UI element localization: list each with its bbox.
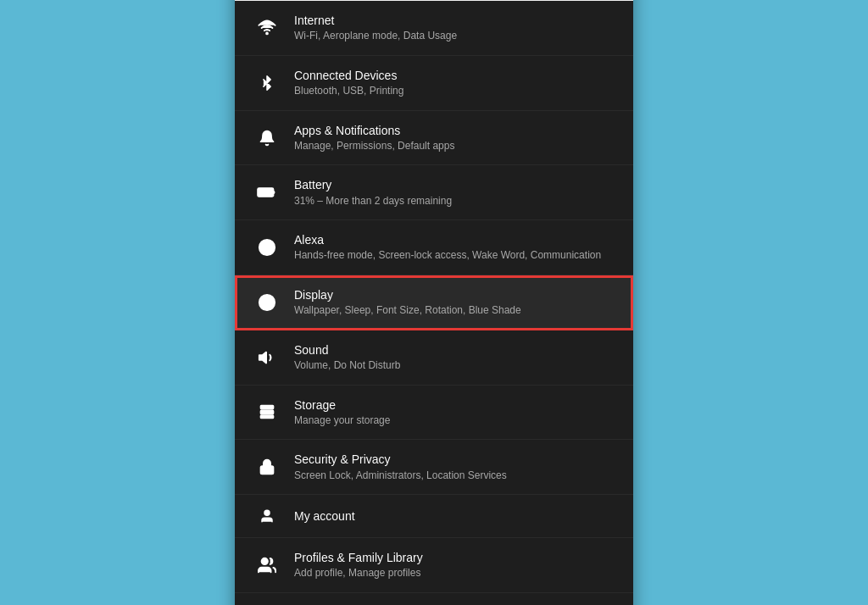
menu-item-sound[interactable]: Sound Volume, Do Not Disturb (235, 330, 633, 386)
menu-item-subtitle-security-privacy: Screen Lock, Administrators, Location Se… (294, 469, 616, 483)
menu-item-text-profiles-family: Profiles & Family Library Add profile, M… (294, 550, 616, 580)
menu-item-subtitle-battery: 31% – More than 2 days remaining (294, 195, 616, 208)
menu-item-text-internet: Internet Wi-Fi, Aeroplane mode, Data Usa… (294, 13, 616, 43)
menu-item-text-battery: Battery 31% – More than 2 days remaining (294, 177, 616, 208)
menu-item-title-apps-notifications: Apps & Notifications (294, 123, 616, 138)
circle-icon (252, 238, 282, 257)
menu-item-title-storage: Storage (294, 397, 616, 413)
menu-item-profiles-family[interactable]: Profiles & Family Library Add profile, M… (235, 538, 633, 593)
menu-item-title-security-privacy: Security & Privacy (294, 452, 616, 467)
menu-item-subtitle-profiles-family: Add profile, Manage profiles (294, 567, 616, 580)
menu-item-apps-notifications[interactable]: Apps & Notifications Manage, Permissions… (235, 111, 633, 166)
menu-item-storage[interactable]: Storage Manage your storage (235, 386, 633, 441)
menu-item-text-connected-devices: Connected Devices Bluetooth, USB, Printi… (294, 68, 616, 98)
menu-item-subtitle-connected-devices: Bluetooth, USB, Printing (294, 85, 616, 98)
svg-rect-9 (261, 411, 274, 414)
menu-item-text-sound: Sound Volume, Do Not Disturb (294, 342, 616, 373)
menu-item-subtitle-sound: Volume, Do Not Disturb (294, 359, 616, 373)
menu-item-title-profiles-family: Profiles & Family Library (294, 550, 616, 565)
svg-point-13 (262, 558, 268, 564)
svg-point-5 (259, 240, 275, 255)
menu-item-internet[interactable]: Internet Wi-Fi, Aeroplane mode, Data Usa… (235, 1, 633, 56)
svg-rect-10 (261, 416, 274, 419)
settings-panel: Internet Wi-Fi, Aeroplane mode, Data Usa… (235, 0, 633, 605)
menu-item-title-internet: Internet (294, 13, 616, 28)
storage-icon (252, 402, 282, 421)
menu-item-display[interactable]: Display Wallpaper, Sleep, Font Size, Rot… (235, 275, 633, 330)
svg-rect-4 (259, 190, 264, 196)
menu-item-parental-controls[interactable]: Parental Controls (235, 593, 633, 605)
battery-icon (252, 186, 282, 198)
menu-item-subtitle-alexa: Hands-free mode, Screen-lock access, Wak… (294, 249, 616, 263)
menu-item-title-connected-devices: Connected Devices (294, 68, 616, 83)
person-icon (252, 507, 282, 525)
wifi-icon (252, 19, 282, 37)
svg-point-12 (264, 510, 270, 515)
menu-item-title-display: Display (294, 287, 616, 302)
svg-point-2 (266, 32, 268, 34)
menu-item-connected-devices[interactable]: Connected Devices Bluetooth, USB, Printi… (235, 56, 633, 111)
menu-item-battery[interactable]: Battery 31% – More than 2 days remaining (235, 165, 633, 220)
menu-item-subtitle-display: Wallpaper, Sleep, Font Size, Rotation, B… (294, 304, 616, 318)
menu-item-text-my-account: My account (294, 508, 616, 524)
bell-icon (252, 129, 282, 147)
menu-item-subtitle-storage: Manage your storage (294, 414, 616, 428)
menu-item-text-storage: Storage Manage your storage (294, 397, 616, 428)
menu-item-text-display: Display Wallpaper, Sleep, Font Size, Rot… (294, 287, 616, 318)
menu-item-alexa[interactable]: Alexa Hands-free mode, Screen-lock acces… (235, 220, 633, 275)
sound-icon (252, 348, 282, 367)
menu-item-title-battery: Battery (294, 177, 616, 192)
menu-item-text-alexa: Alexa Hands-free mode, Screen-lock acces… (294, 232, 616, 263)
menu-item-title-my-account: My account (294, 508, 616, 524)
lock-icon (252, 458, 282, 476)
svg-rect-8 (261, 406, 274, 409)
menu-item-text-security-privacy: Security & Privacy Screen Lock, Administ… (294, 452, 616, 482)
menu-item-security-privacy[interactable]: Security & Privacy Screen Lock, Administ… (235, 440, 633, 495)
group-icon (252, 556, 282, 574)
svg-marker-7 (259, 352, 266, 363)
bluetooth-icon (252, 74, 282, 92)
menu-item-title-sound: Sound (294, 342, 616, 358)
svg-rect-11 (261, 466, 274, 474)
menu-item-text-apps-notifications: Apps & Notifications Manage, Permissions… (294, 123, 616, 153)
menu-item-title-alexa: Alexa (294, 232, 616, 247)
menu-item-subtitle-internet: Wi-Fi, Aeroplane mode, Data Usage (294, 30, 616, 43)
contrast-icon (252, 293, 282, 312)
menu-list: Internet Wi-Fi, Aeroplane mode, Data Usa… (235, 1, 633, 605)
menu-item-subtitle-apps-notifications: Manage, Permissions, Default apps (294, 140, 616, 153)
menu-item-my-account[interactable]: My account (235, 495, 633, 538)
